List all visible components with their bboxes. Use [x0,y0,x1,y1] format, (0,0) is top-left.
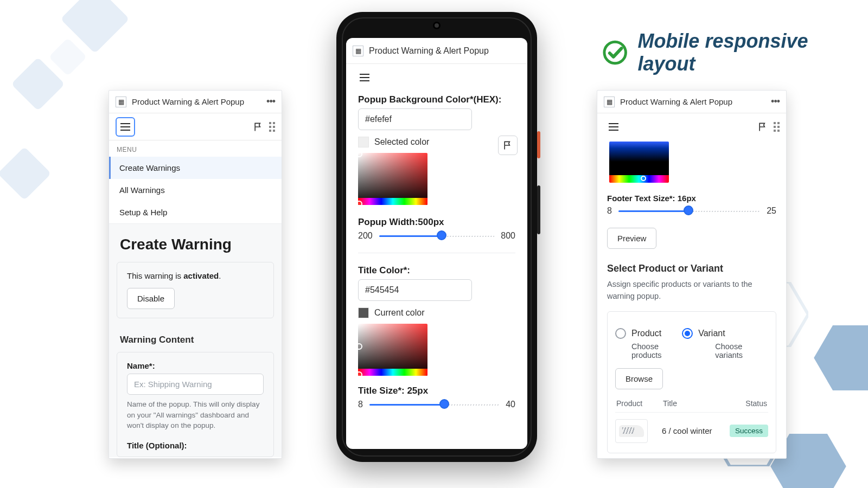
flag-icon[interactable] [253,121,264,132]
footer-size-slider[interactable] [618,209,760,213]
select-description: Assign specific products or variants to … [607,279,776,303]
panel-select-product: ▦ Product Warning & Alert Popup ••• Foot… [597,90,787,459]
activation-text: This warning is [127,271,183,280]
name-help: Name of the popup. This will only displa… [127,399,264,431]
color-picker[interactable] [358,153,427,205]
svg-point-4 [604,42,626,63]
panel-create-warnings: ▦ Product Warning & Alert Popup ••• MENU… [108,90,282,459]
disable-button[interactable]: Disable [127,288,175,309]
bg-diamond [0,147,51,201]
title-size-slider[interactable] [369,403,499,406]
activation-state: activated [183,271,219,280]
menu-item-create-warnings[interactable]: Create Warnings [109,157,282,179]
app-title: Product Warning & Alert Popup [132,97,244,106]
more-menu-icon[interactable]: ••• [771,96,780,107]
radio-icon [615,328,626,339]
apps-grid-icon[interactable] [774,122,780,132]
size-min: 8 [358,400,363,409]
color-picker[interactable] [609,142,669,183]
row-title: 6 / cool winter [662,426,725,435]
headline-text: Mobile responsive layout [637,30,868,75]
phone-header: ▦ Product Warning & Alert Popup [346,38,527,64]
table-row[interactable]: 6 / cool winter Success [615,412,768,450]
name-label: Name*: [127,361,264,370]
flag-button[interactable] [498,136,518,155]
footer-min: 8 [607,206,612,216]
title-color-label: Title Color*: [358,265,515,276]
bg-hexagon [814,325,868,390]
check-icon [602,40,628,66]
browse-button[interactable]: Browse [615,368,663,389]
status-badge: Success [730,425,768,437]
app-title: Product Warning & Alert Popup [620,97,732,106]
selected-color-swatch [358,137,369,147]
bg-color-input[interactable] [358,108,472,130]
size-max: 40 [506,400,515,409]
table-header: Product Title Status [615,394,768,412]
name-input[interactable] [127,374,264,395]
current-color-label: Current color [374,308,424,318]
th-status: Status [724,399,767,408]
th-title: Title [663,399,724,408]
width-max: 800 [501,231,515,241]
panel-header: ▦ Product Warning & Alert Popup ••• [597,91,786,113]
radio-variant-label: Variant [698,329,725,338]
radio-product-label: Product [631,329,661,338]
menu-caption: MENU [109,140,282,157]
more-menu-icon[interactable]: ••• [266,96,275,107]
radio-icon [682,328,693,339]
shoe-icon [619,425,644,437]
sub-variant-label: Choose variants [715,342,768,359]
footer-max: 25 [767,206,776,216]
app-icon: ▦ [353,46,363,56]
page-title: Create Warning [109,224,282,262]
app-icon: ▦ [116,97,126,107]
width-label: Popup Width:500px [358,217,515,228]
hamburger-button[interactable] [355,68,374,87]
section-warning-content: Warning Content [109,329,282,352]
color-picker[interactable] [358,324,427,376]
headline: Mobile responsive layout [602,30,868,75]
radio-variant[interactable]: Variant [682,328,725,339]
width-min: 200 [358,231,373,241]
title-label: Title (Optional): [127,441,264,450]
app-title: Product Warning & Alert Popup [369,46,489,56]
select-heading: Select Product or Variant [607,263,776,274]
flag-icon[interactable] [757,121,768,132]
th-product: Product [616,399,663,408]
flag-icon [502,140,513,151]
radio-product[interactable]: Product [615,328,661,339]
footer-size-label: Footer Text Size*: 16px [607,194,776,203]
phone-mockup: ▦ Product Warning & Alert Popup Popup Ba… [336,12,537,462]
hamburger-button[interactable] [116,117,135,137]
panel-header: ▦ Product Warning & Alert Popup ••• [109,91,282,113]
content-card: Name*: Name of the popup. This will only… [117,352,274,457]
hamburger-button[interactable] [604,117,623,137]
activation-card: This warning is activated. Disable [117,262,274,318]
bg-color-label: Popup Background Color*(HEX): [358,94,515,105]
bg-diamond [49,38,87,76]
title-color-input[interactable] [358,279,472,301]
svg-marker-2 [814,325,868,390]
apps-grid-icon[interactable] [269,122,275,132]
sub-product-label: Choose products [631,342,687,359]
menu-item-all-warnings[interactable]: All Warnings [109,179,282,201]
app-icon: ▦ [604,97,615,107]
sub-toolbar [109,113,282,140]
menu-item-setup-help[interactable]: Setup & Help [109,201,282,223]
current-color-swatch [358,307,369,318]
width-slider[interactable] [379,234,495,237]
product-variant-card: Product Variant Choose products Choose v… [607,311,776,453]
title-size-label: Title Size*: 25px [358,386,515,396]
selected-color-label: Selected color [374,137,429,147]
product-thumbnail [615,419,648,443]
hue-cursor[interactable] [641,176,646,181]
preview-button[interactable]: Preview [607,228,656,249]
